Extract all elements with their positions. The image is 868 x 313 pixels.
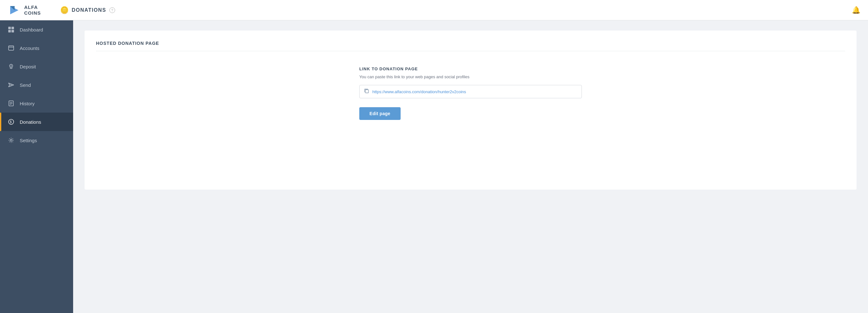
sidebar: Dashboard Accounts Deposit	[0, 20, 73, 313]
sidebar-item-donations[interactable]: $ Donations	[0, 113, 73, 131]
section-title: HOSTED DONATION PAGE	[96, 41, 845, 51]
svg-rect-19	[365, 90, 369, 93]
link-input-container: https://www.alfacoins.com/donation/hunte…	[359, 85, 582, 98]
svg-rect-2	[8, 27, 11, 29]
sidebar-item-accounts[interactable]: Accounts	[0, 39, 73, 57]
svg-point-18	[10, 139, 12, 141]
svg-rect-3	[11, 27, 14, 29]
top-header: ALFA COINS 🪙 DONATIONS ? 🔔	[0, 0, 868, 20]
history-icon	[8, 100, 14, 107]
dashboard-icon	[8, 26, 14, 33]
sidebar-item-settings[interactable]: Settings	[0, 131, 73, 149]
link-section-title: LINK TO DONATION PAGE	[359, 66, 582, 71]
sidebar-item-dashboard[interactable]: Dashboard	[0, 20, 73, 39]
logo-area: ALFA COINS	[8, 3, 41, 17]
header-center: 🪙 DONATIONS ?	[41, 6, 852, 14]
svg-rect-6	[8, 46, 14, 50]
sidebar-label-settings: Settings	[20, 138, 37, 143]
copy-icon[interactable]	[364, 88, 369, 95]
donation-link-section: LINK TO DONATION PAGE You can paste this…	[359, 59, 582, 127]
header-page-title: DONATIONS	[72, 7, 106, 13]
sidebar-item-history[interactable]: History	[0, 94, 73, 113]
send-icon	[8, 81, 14, 88]
svg-rect-5	[11, 30, 14, 32]
sidebar-label-accounts: Accounts	[20, 46, 39, 51]
deposit-icon	[8, 63, 14, 70]
donations-header-icon: 🪙	[60, 6, 69, 14]
logo-icon	[8, 3, 21, 17]
main-content: HOSTED DONATION PAGE LINK TO DONATION PA…	[73, 20, 868, 313]
settings-icon	[8, 137, 14, 144]
layout: Dashboard Accounts Deposit	[0, 20, 868, 313]
donations-icon: $	[8, 118, 14, 125]
donation-link-url[interactable]: https://www.alfacoins.com/donation/hunte…	[372, 89, 466, 94]
bell-icon[interactable]: 🔔	[852, 6, 860, 14]
page-card: HOSTED DONATION PAGE LINK TO DONATION PA…	[85, 31, 857, 190]
help-icon[interactable]: ?	[110, 7, 115, 13]
sidebar-label-history: History	[20, 101, 35, 106]
sidebar-label-donations: Donations	[20, 119, 41, 125]
svg-rect-4	[8, 30, 11, 32]
svg-text:$: $	[10, 120, 12, 124]
accounts-icon	[8, 45, 14, 52]
sidebar-label-send: Send	[20, 82, 31, 88]
sidebar-item-send[interactable]: Send	[0, 76, 73, 94]
sidebar-item-deposit[interactable]: Deposit	[0, 57, 73, 76]
header-right: 🔔	[852, 6, 860, 14]
sidebar-label-dashboard: Dashboard	[20, 27, 43, 32]
link-description: You can paste this link to your web page…	[359, 75, 582, 79]
sidebar-label-deposit: Deposit	[20, 64, 36, 69]
logo-text: ALFA COINS	[24, 4, 41, 16]
edit-page-button[interactable]: Edit page	[359, 107, 401, 120]
